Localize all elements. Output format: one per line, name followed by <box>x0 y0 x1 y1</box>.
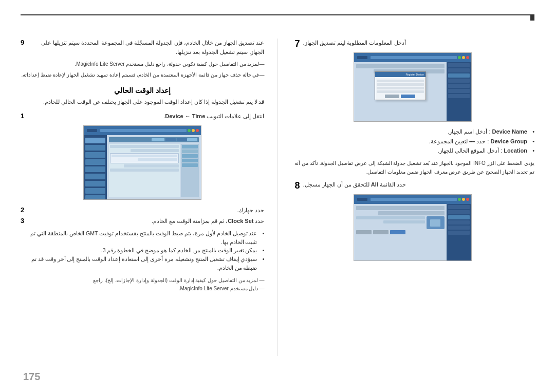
section-8-text: حدد القائمة All للتحقق من أن الجهاز مسجل… <box>303 180 406 190</box>
step-1: 1 انتقل إلى علامات التبويب Device ← Time… <box>21 112 265 121</box>
step-3-number: 3 <box>21 217 29 225</box>
bullet-device-group: Device Group : حدد ••• لتعيين المجموعة. <box>291 137 535 146</box>
toolbar-dot-yellow-3 <box>462 198 465 201</box>
section-7-number: 7 <box>291 39 300 49</box>
right-bullet-list: Device Name : أدخل اسم الجهاز. Device Gr… <box>291 127 535 156</box>
screenshot-toolbar-3 <box>354 195 471 204</box>
screenshot-mockup-3 <box>354 194 472 261</box>
screenshot-sidebar-1 <box>84 135 107 199</box>
toolbar-dot-green-3 <box>458 198 461 201</box>
page-number: 175 <box>23 371 40 383</box>
term-location: Location <box>504 147 527 154</box>
toolbar-dot-yellow-2 <box>462 56 465 59</box>
dashed-bottom-2: دليل مستخدم MagicInfo Lite Server. <box>21 285 265 293</box>
section-9-number: 9 <box>21 39 29 46</box>
section-9-dashed1: لمزيد من التفاصيل حول كيفية تكوين جدولة،… <box>21 60 265 68</box>
toolbar-dot-yellow <box>192 129 195 132</box>
section-7-header: 7 أدخل المعلومات المطلوبة ليتم تصديق الج… <box>291 39 535 49</box>
screenshot-toolbar-1 <box>84 126 201 135</box>
page-container: 9 عند تصديق الجهاز من خلال الخادم، فإن ا… <box>0 0 555 392</box>
toolbar-dot-red-3 <box>466 198 469 201</box>
step-2-text: حدد جهازك. <box>32 206 265 215</box>
right-bar <box>530 14 534 21</box>
section-9-header: 9 عند تصديق الجهاز من خلال الخادم، فإن ا… <box>21 39 265 57</box>
step-2-number: 2 <box>21 206 29 214</box>
section-8-number: 8 <box>291 180 300 191</box>
step-2: 2 حدد جهازك. <box>21 206 265 215</box>
section-7-text: أدخل المعلومات المطلوبة ليتم تصديق الجها… <box>303 39 406 48</box>
step-3-text: حدد Clock Set، ثم قم بمزامنة الوقت مع ال… <box>32 217 265 226</box>
section-9-text: عند تصديق الجهاز من خلال الخادم، فإن الج… <box>32 39 265 57</box>
bullets-list: عند توصيل الخادم لأول مرة، يتم ضبط الوقت… <box>21 229 265 272</box>
toolbar-dot-green-2 <box>458 56 461 59</box>
bullet-1: عند توصيل الخادم لأول مرة، يتم ضبط الوقت… <box>21 229 265 247</box>
top-border <box>21 14 534 15</box>
bullet-3: سيؤدي إيقاف تشغيل المنتج وتشغيله مرة أخر… <box>21 255 265 272</box>
bullet-device-name: Device Name : أدخل اسم الجهاز. <box>291 127 535 137</box>
term-device-name: Device Name <box>492 128 528 135</box>
right-column: 7 أدخل المعلومات المطلوبة ليتم تصديق الج… <box>278 39 535 356</box>
desc-location: : أدخل الموقع الحالي للجهاز. <box>438 147 502 154</box>
toolbar-dot-red-2 <box>466 56 469 59</box>
desc-device-name: : أدخل اسم الجهاز. <box>448 128 490 135</box>
section-8-header: 8 حدد القائمة All للتحقق من أن الجهاز مس… <box>291 180 535 191</box>
toolbar-dot-green <box>188 129 191 132</box>
info-text: يؤدي الضغط على الزر INFO الموجود بالجهاز… <box>291 159 535 176</box>
current-time-desc: قد لا يتم تشغيل الجدولة إذا كان إعداد ال… <box>21 98 265 107</box>
left-column: 9 عند تصديق الجهاز من خلال الخادم، فإن ا… <box>21 39 278 356</box>
content-area: 9 عند تصديق الجهاز من خلال الخادم، فإن ا… <box>21 39 534 356</box>
screenshot-toolbar-2 <box>354 53 471 62</box>
current-time-heading: إعداد الوقت الحالي <box>21 86 265 95</box>
term-device-group: Device Group <box>490 138 527 144</box>
screenshot-main-content-1 <box>107 135 201 199</box>
toolbar-dot-red <box>196 129 199 132</box>
screenshot-mockup-1 <box>83 125 201 200</box>
desc-device-group: : حدد ••• لتعيين المجموعة. <box>429 138 489 144</box>
screenshot-mockup-2: Register Device <box>354 52 472 122</box>
section-9-dashed2: في حالة حذف جهاز من قائمة الأجهزة المعتم… <box>21 70 265 79</box>
step-1-text: انتقل إلى علامات التبويب Device ← Time. <box>32 112 265 121</box>
bullet-2: يمكن تغيير الوقت بالمنتج من الخادم كما ه… <box>21 246 265 255</box>
step-1-number: 1 <box>21 112 29 120</box>
dashed-bottom-1: لمزيد من التفاصيل حول كيفية إدارة الوقت … <box>21 276 265 285</box>
step-3: 3 حدد Clock Set، ثم قم بمزامنة الوقت مع … <box>21 217 265 226</box>
bullet-location: Location : أدخل الموقع الحالي للجهاز. <box>291 146 535 156</box>
